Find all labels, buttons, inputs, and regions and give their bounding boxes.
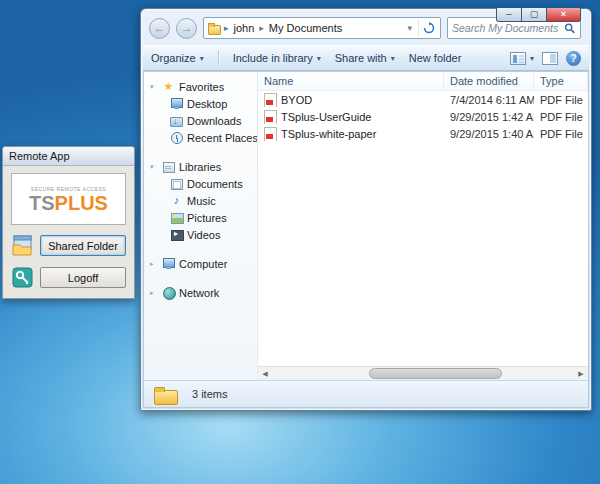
address-dropdown-icon[interactable]: ▾ <box>404 23 415 33</box>
refresh-icon <box>423 22 435 34</box>
shared-folder-icon <box>11 234 34 257</box>
expander-icon[interactable]: ▸ <box>150 289 158 297</box>
details-pane: 3 items <box>143 380 589 408</box>
pictures-icon <box>170 211 183 224</box>
videos-icon <box>170 228 183 241</box>
folder-icon <box>208 22 221 35</box>
breadcrumb-separator-icon: ▸ <box>259 23 264 33</box>
downloads-icon <box>170 114 183 127</box>
star-icon: ★ <box>162 80 175 93</box>
window-title: Remote App <box>9 150 70 162</box>
recent-places-icon <box>170 131 183 144</box>
refresh-button[interactable] <box>418 19 438 37</box>
pdf-file-icon <box>264 127 276 141</box>
file-date: 9/29/2015 1:42 AM <box>444 111 534 123</box>
documents-icon <box>170 177 183 190</box>
file-list: Name Date modified Type BYOD 7/4/2014 6:… <box>257 72 588 380</box>
sidebar-item-videos[interactable]: Videos <box>144 226 257 243</box>
navigation-pane: ▾ ★ Favorites Desktop Downloads Recent P… <box>144 72 257 380</box>
file-row-tsplus-white-paper[interactable]: TSplus-white-paper 9/29/2015 1:40 AM PDF… <box>258 125 588 142</box>
scroll-right-arrow[interactable]: ▶ <box>574 367 588 380</box>
maximize-button[interactable]: ▢ <box>522 8 547 22</box>
pdf-file-icon <box>264 93 276 107</box>
breadcrumb-segment-john[interactable]: john <box>232 22 257 34</box>
include-in-library-menu[interactable]: Include in library ▾ <box>233 52 321 64</box>
logoff-icon <box>11 266 34 289</box>
new-folder-button[interactable]: New folder <box>409 52 462 64</box>
share-with-menu[interactable]: Share with ▾ <box>335 52 395 64</box>
remote-app-title-bar[interactable]: Remote App <box>3 147 134 166</box>
minimize-button[interactable]: – <box>496 8 522 22</box>
close-button[interactable]: × <box>547 8 581 22</box>
items-count: 3 items <box>192 388 227 400</box>
views-icon <box>510 52 526 65</box>
expander-icon[interactable]: ▸ <box>150 260 158 268</box>
scroll-left-arrow[interactable]: ◀ <box>258 367 272 380</box>
chevron-down-icon: ▾ <box>530 54 534 63</box>
desktop[interactable]: { "explorer": { "breadcrumb": { "root": … <box>0 0 600 484</box>
help-button[interactable]: ? <box>566 51 581 66</box>
change-view-button[interactable]: ▾ <box>510 52 534 65</box>
explorer-toolbar: Organize ▾ Include in library ▾ Share wi… <box>143 45 589 71</box>
computer-icon <box>162 257 175 270</box>
organize-menu[interactable]: Organize ▾ <box>151 52 204 64</box>
sidebar-item-recent-places[interactable]: Recent Places <box>144 129 257 146</box>
explorer-caption-bar[interactable]: – ▢ × ← → ▸ john ▸ My Documents ▾ <box>141 9 591 45</box>
sidebar-item-favorites[interactable]: ▾ ★ Favorites <box>144 78 257 95</box>
sidebar-item-computer[interactable]: ▸ Computer <box>144 255 257 272</box>
file-row-tsplus-userguide[interactable]: TSplus-UserGuide 9/29/2015 1:42 AM PDF F… <box>258 108 588 125</box>
network-icon <box>162 286 175 299</box>
tsplus-logo: SECURE REMOTE ACCESS TSPLUS <box>11 173 126 225</box>
music-icon: ♪ <box>170 194 183 207</box>
sidebar-item-network[interactable]: ▸ Network <box>144 284 257 301</box>
sidebar-item-libraries[interactable]: ▾ Libraries <box>144 158 257 175</box>
file-type: PDF File <box>534 111 588 123</box>
logoff-button[interactable]: Logoff <box>40 267 126 288</box>
pdf-file-icon <box>264 110 276 124</box>
column-headers: Name Date modified Type <box>258 72 588 91</box>
toolbar-divider <box>218 50 219 66</box>
preview-pane-button[interactable] <box>542 52 558 65</box>
chevron-down-icon: ▾ <box>200 54 204 63</box>
folder-icon <box>154 385 178 404</box>
chevron-down-icon: ▾ <box>391 54 395 63</box>
back-button[interactable]: ← <box>149 18 170 39</box>
logo-ts: TS <box>29 192 55 214</box>
sidebar-item-documents[interactable]: Documents <box>144 175 257 192</box>
address-bar[interactable]: ▸ john ▸ My Documents ▾ <box>203 17 441 39</box>
scrollbar-thumb[interactable] <box>369 368 502 379</box>
expander-icon[interactable]: ▾ <box>150 163 158 171</box>
file-row-byod[interactable]: BYOD 7/4/2014 6:11 AM PDF File <box>258 91 588 108</box>
sidebar-item-downloads[interactable]: Downloads <box>144 112 257 129</box>
search-input[interactable] <box>452 22 564 34</box>
file-type: PDF File <box>534 94 588 106</box>
sidebar-item-desktop[interactable]: Desktop <box>144 95 257 112</box>
explorer-window: – ▢ × ← → ▸ john ▸ My Documents ▾ <box>140 8 592 411</box>
window-controls: – ▢ × <box>496 8 581 22</box>
file-name: BYOD <box>281 94 312 106</box>
chevron-down-icon: ▾ <box>317 54 321 63</box>
file-name: TSplus-UserGuide <box>281 111 371 123</box>
sidebar-item-music[interactable]: ♪ Music <box>144 192 257 209</box>
column-header-date-modified[interactable]: Date modified <box>444 72 534 90</box>
file-name: TSplus-white-paper <box>281 128 376 140</box>
logo-plus: PLUS <box>55 192 108 214</box>
breadcrumb-separator-icon: ▸ <box>224 23 229 33</box>
shared-folder-button[interactable]: Shared Folder <box>40 235 126 256</box>
file-date: 9/29/2015 1:40 AM <box>444 128 534 140</box>
libraries-icon <box>162 160 175 173</box>
sidebar-item-pictures[interactable]: Pictures <box>144 209 257 226</box>
explorer-content: ▾ ★ Favorites Desktop Downloads Recent P… <box>143 71 589 380</box>
search-icon <box>564 22 576 35</box>
remote-app-window: Remote App SECURE REMOTE ACCESS TSPLUS S… <box>2 146 135 299</box>
desktop-icon <box>170 97 183 110</box>
column-header-name[interactable]: Name <box>258 72 444 90</box>
column-header-type[interactable]: Type <box>534 72 588 90</box>
breadcrumb-segment-my-documents[interactable]: My Documents <box>267 22 344 34</box>
file-date: 7/4/2014 6:11 AM <box>444 94 534 106</box>
horizontal-scrollbar[interactable]: ◀ ▶ <box>258 366 588 380</box>
expander-icon[interactable]: ▾ <box>150 83 158 91</box>
file-type: PDF File <box>534 128 588 140</box>
forward-button[interactable]: → <box>176 18 197 39</box>
